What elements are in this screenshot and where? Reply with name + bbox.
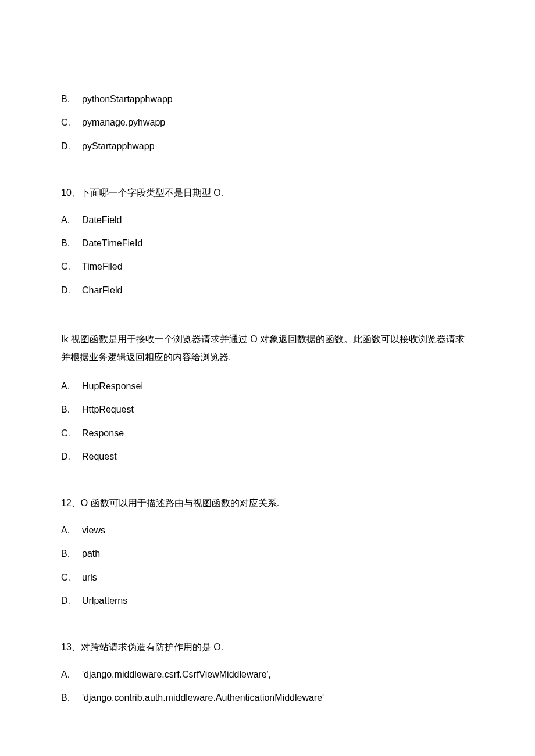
option-b: B. path xyxy=(61,547,474,560)
option-text: 'django.contrib.auth.middleware.Authenti… xyxy=(82,691,324,704)
option-label: D. xyxy=(61,594,82,607)
question-prompt: 13、对跨站请求伪造有防护作用的是 O. xyxy=(61,641,474,654)
option-b: B. 'django.contrib.auth.middleware.Authe… xyxy=(61,691,474,704)
option-text: TimeFiled xyxy=(82,260,123,273)
option-label: C. xyxy=(61,116,82,129)
question-prompt: Ik 视图函数是用于接收一个浏览器请求并通过 O 对象返回数据的函数。此函数可以… xyxy=(61,331,474,366)
option-b: B. pythonStartapphwapp xyxy=(61,93,474,106)
option-label: B. xyxy=(61,403,82,416)
option-text: pyStartapphwapp xyxy=(82,140,155,153)
question-prompt: 12、O 函数可以用于描述路由与视图函数的对应关系. xyxy=(61,497,474,510)
question-10-options: A. DateField B. DateTimeFieId C. TimeFil… xyxy=(61,214,474,298)
option-label: B. xyxy=(61,691,82,704)
option-label: A. xyxy=(61,668,82,681)
option-text: HupResponsei xyxy=(82,380,143,393)
option-text: DateField xyxy=(82,214,122,227)
option-label: B. xyxy=(61,93,82,106)
question-13: 13、对跨站请求伪造有防护作用的是 O. A. 'django.middlewa… xyxy=(61,641,474,704)
document-body: B. pythonStartapphwapp C. pymanage.pyhwa… xyxy=(61,93,474,705)
option-label: C. xyxy=(61,260,82,273)
option-text: views xyxy=(82,524,105,537)
option-text: DateTimeFieId xyxy=(82,237,142,250)
option-label: D. xyxy=(61,284,82,297)
prev-question-options: B. pythonStartapphwapp C. pymanage.pyhwa… xyxy=(61,93,474,153)
option-text: path xyxy=(82,547,100,560)
option-text: pythonStartapphwapp xyxy=(82,93,173,106)
option-d: D. Request xyxy=(61,450,474,463)
option-c: C. urls xyxy=(61,571,474,584)
option-text: CharField xyxy=(82,284,122,297)
question-11: Ik 视图函数是用于接收一个浏览器请求并通过 O 对象返回数据的函数。此函数可以… xyxy=(61,331,474,463)
question-10: 10、下面哪一个字段类型不是日期型 O. A. DateField B. Dat… xyxy=(61,187,474,297)
option-text: pymanage.pyhwapp xyxy=(82,116,165,129)
option-b: B. DateTimeFieId xyxy=(61,237,474,250)
option-d: D. CharField xyxy=(61,284,474,297)
option-label: D. xyxy=(61,140,82,153)
option-a: A. DateField xyxy=(61,214,474,227)
option-text: HttpRequest xyxy=(82,403,134,416)
option-c: C. Response xyxy=(61,427,474,440)
option-label: A. xyxy=(61,380,82,393)
option-text: Urlpatterns xyxy=(82,594,127,607)
question-13-options: A. 'django.middleware.csrf.CsrfViewMiddl… xyxy=(61,668,474,705)
option-c: C. TimeFiled xyxy=(61,260,474,273)
option-label: A. xyxy=(61,214,82,227)
option-c: C. pymanage.pyhwapp xyxy=(61,116,474,129)
question-12: 12、O 函数可以用于描述路由与视图函数的对应关系. A. views B. p… xyxy=(61,497,474,607)
question-12-options: A. views B. path C. urls D. Urlpatterns xyxy=(61,524,474,608)
option-text: urls xyxy=(82,571,97,584)
option-label: C. xyxy=(61,571,82,584)
option-label: C. xyxy=(61,427,82,440)
option-text: Request xyxy=(82,450,117,463)
option-d: D. Urlpatterns xyxy=(61,594,474,607)
option-label: B. xyxy=(61,547,82,560)
option-a: A. views xyxy=(61,524,474,537)
option-label: B. xyxy=(61,237,82,250)
option-label: A. xyxy=(61,524,82,537)
option-a: A. 'django.middleware.csrf.CsrfViewMiddl… xyxy=(61,668,474,681)
option-label: D. xyxy=(61,450,82,463)
question-11-options: A. HupResponsei B. HttpRequest C. Respon… xyxy=(61,380,474,464)
option-text: 'django.middleware.csrf.CsrfViewMiddlewa… xyxy=(82,668,271,681)
option-b: B. HttpRequest xyxy=(61,403,474,416)
option-a: A. HupResponsei xyxy=(61,380,474,393)
option-text: Response xyxy=(82,427,124,440)
question-prompt: 10、下面哪一个字段类型不是日期型 O. xyxy=(61,187,474,199)
option-d: D. pyStartapphwapp xyxy=(61,140,474,153)
